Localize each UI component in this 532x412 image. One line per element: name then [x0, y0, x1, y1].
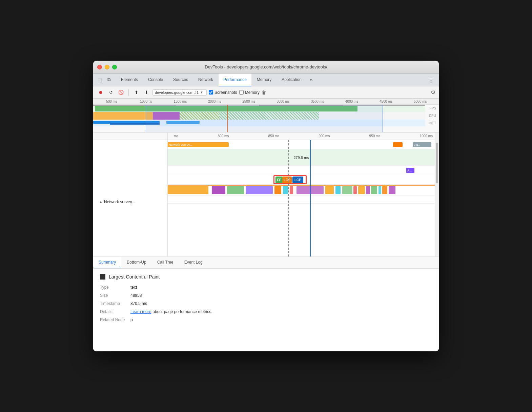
tab-event-log[interactable]: Event Log: [179, 257, 208, 268]
window-controls: [97, 65, 117, 69]
main-seg-2: [212, 186, 225, 194]
timeline-tracks-container: ▶ Network survey... ▶ Frames ▶ Interacti…: [93, 132, 439, 256]
memory-checkbox-label[interactable]: Memory: [239, 90, 260, 95]
more-tabs-button[interactable]: »: [307, 77, 315, 83]
track-labels-column: ▶ Network survey... ▶ Frames ▶ Interacti…: [93, 132, 168, 256]
bottom-panel: Summary Bottom-Up Call Tree Event Log La…: [93, 256, 439, 351]
toolbar: ⏺ ↺ 🚫 ⬆ ⬇ developers.google.com #1 ▼ Scr…: [93, 86, 439, 99]
ruler-tick-5000: 5000 ms: [403, 100, 437, 103]
clear-button[interactable]: 🚫: [117, 88, 125, 97]
main-seg-7: [290, 186, 293, 194]
tab-summary[interactable]: Summary: [93, 257, 121, 268]
tab-call-tree[interactable]: Call Tree: [152, 257, 179, 268]
main-seg-9: [325, 186, 334, 194]
main-seg-6: [283, 186, 288, 194]
timestamp-label: Timestamp: [100, 301, 130, 306]
timings-track-content: FP LCP LCP: [168, 175, 435, 185]
network-bar-right1[interactable]: [393, 142, 403, 147]
network-track-label[interactable]: ▶ Network survey...: [93, 140, 168, 256]
details-label: Details: [100, 309, 130, 314]
main-seg-11: [342, 186, 352, 194]
maximize-button[interactable]: [112, 65, 117, 69]
cpu-yellow: [93, 112, 153, 120]
lcp-header: Largest Contentful Paint: [100, 274, 432, 280]
scrollbar-thumb[interactable]: [436, 143, 438, 183]
zoom-ticks: ms 800 ms 850 ms 900 ms 950 ms 1000 ms: [170, 134, 436, 138]
timing-lcp1-marker[interactable]: LCP: [282, 177, 292, 183]
details-link[interactable]: Learn more: [130, 309, 151, 314]
network-bar-right2[interactable]: g g...: [413, 142, 431, 147]
detail-size-row: Size 48958: [100, 293, 432, 298]
url-selector[interactable]: developers.google.com #1 ▼: [152, 89, 207, 96]
device-icon[interactable]: ⧉: [105, 76, 113, 84]
tab-bar-end: ⋮: [426, 76, 436, 84]
zoom-ruler-label-area: [93, 132, 167, 140]
lcp-color-indicator: [100, 274, 105, 280]
screenshots-checkbox-label[interactable]: Screenshots: [209, 90, 237, 95]
frames-value: 279.6 ms: [293, 156, 309, 160]
timeline-sidebar-labels: FPS CPU NET: [429, 105, 436, 127]
lcp-title: Largest Contentful Paint: [109, 274, 160, 280]
tab-network[interactable]: Network: [193, 74, 218, 86]
record-button[interactable]: ⏺: [97, 88, 105, 97]
overview-ruler: 500 ms 1000ms 1500 ms 2000 ms 2500 ms 30…: [93, 99, 439, 105]
main-track-content: [168, 185, 435, 195]
overview-selected-region[interactable]: [146, 105, 383, 132]
bottom-tab-bar: Summary Bottom-Up Call Tree Event Log: [93, 257, 439, 269]
timing-lcp2-marker[interactable]: LCP: [292, 177, 303, 183]
delete-recordings-button[interactable]: 🗑: [262, 90, 266, 95]
net-label: NET: [429, 120, 436, 127]
interaction-marker-a[interactable]: A...: [406, 168, 414, 173]
close-button[interactable]: [97, 65, 102, 69]
toolbar-divider-1: [128, 89, 129, 96]
type-value: text: [130, 285, 137, 290]
network-bar-survey-text: Network survey...: [169, 143, 192, 146]
minimize-button[interactable]: [105, 65, 109, 69]
main-seg-4: [246, 186, 273, 194]
main-seg-10: [335, 186, 341, 194]
timeline-scrollbar[interactable]: [435, 132, 439, 256]
memory-checkbox[interactable]: [239, 90, 244, 95]
cursor-icon[interactable]: ⬚: [96, 76, 103, 84]
tab-performance[interactable]: Performance: [219, 74, 251, 86]
main-seg-16: [378, 186, 381, 194]
track-content-area: ms 800 ms 850 ms 900 ms 950 ms 1000 ms: [168, 132, 439, 256]
cpu-label: CPU: [429, 112, 436, 120]
overview-timeline[interactable]: 500 ms 1000ms 1500 ms 2000 ms 2500 ms 30…: [93, 99, 439, 132]
ruler-tick-3000: 3000 ms: [266, 100, 300, 103]
devtools-menu-button[interactable]: ⋮: [426, 76, 436, 84]
tab-memory[interactable]: Memory: [252, 74, 276, 86]
network-expand-icon: ▶: [100, 201, 102, 204]
timing-fp-marker[interactable]: FP: [275, 177, 283, 183]
zoom-tick-3: 900 ms: [319, 134, 330, 138]
tab-application[interactable]: Application: [277, 74, 306, 86]
tab-sources[interactable]: Sources: [168, 74, 193, 86]
network-track-content: Network survey... g g...: [168, 140, 435, 149]
main-seg-15: [371, 186, 377, 194]
main-seg-14: [366, 186, 370, 194]
summary-panel: Largest Contentful Paint Type text Size …: [93, 269, 439, 351]
tab-bar-icons: ⬚ ⧉: [96, 76, 113, 84]
tab-bottom-up[interactable]: Bottom-Up: [121, 257, 151, 268]
ruler-tick-1000: 1000ms: [129, 100, 163, 103]
detail-related-row: Related Node p: [100, 317, 432, 322]
details-text: about page performance metrics.: [152, 309, 212, 314]
download-button[interactable]: ⬇: [142, 88, 150, 97]
ruler-tick-2500: 2500 ms: [232, 100, 266, 103]
related-label: Related Node: [100, 317, 130, 322]
timing-lcp1-label: LCP: [284, 178, 290, 182]
network-bar-right2-text: g g...: [414, 143, 421, 146]
screenshots-checkbox[interactable]: [209, 90, 213, 95]
network-bar-survey[interactable]: Network survey...: [168, 142, 229, 147]
zoom-tick-1: 800 ms: [218, 134, 229, 138]
main-seg-17: [382, 186, 387, 194]
fps-label: FPS: [429, 105, 436, 112]
url-selector-chevron: ▼: [200, 90, 203, 94]
settings-button[interactable]: ⚙: [431, 89, 435, 96]
upload-button[interactable]: ⬆: [132, 88, 140, 97]
timing-lcp2-label: LCP: [294, 178, 301, 182]
tab-console[interactable]: Console: [143, 74, 168, 86]
tab-elements[interactable]: Elements: [116, 74, 143, 86]
reload-record-button[interactable]: ↺: [107, 88, 115, 97]
overview-marker-line: [227, 105, 228, 132]
